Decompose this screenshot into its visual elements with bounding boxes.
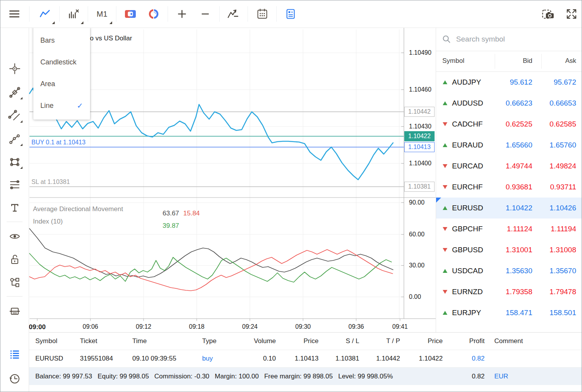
buy-position-label: BUY 0.1 at 1.10413: [31, 139, 85, 146]
depth-of-market-button[interactable]: [143, 0, 165, 28]
header-tp: T / P: [367, 337, 400, 345]
header-time: Time: [132, 337, 147, 345]
toolbar: M1: [0, 0, 582, 28]
split-window-icon: [8, 305, 21, 318]
axis-label: 60.00: [409, 231, 424, 238]
window-layout-tool[interactable]: [0, 303, 29, 320]
time-label: 09:06: [83, 323, 98, 330]
down-triangle-icon: [443, 290, 447, 294]
zoom-out-button[interactable]: [194, 0, 216, 28]
history-tab[interactable]: [0, 370, 29, 387]
objects-list-button[interactable]: [280, 0, 301, 28]
toolbar-separator: [116, 6, 116, 22]
cell-price-open: 1.10413: [284, 355, 319, 363]
market-watch-row-CADCHF[interactable]: CADCHF0.625250.62585: [436, 114, 582, 135]
trade-tab[interactable]: [0, 346, 29, 363]
menu-item-label: Candlestick: [40, 58, 76, 66]
shapes-tool[interactable]: [0, 153, 29, 170]
cell-sl: 1.10381: [326, 355, 359, 363]
bars-remove-icon: [68, 9, 79, 19]
submenu-caret: [20, 144, 23, 146]
price-axis[interactable]: 1.104901.104601.104301.1040090.0060.0030…: [404, 28, 436, 321]
screenshot-button[interactable]: [537, 0, 559, 28]
fullscreen-icon: [566, 9, 577, 19]
market-watch-row-GBPCHF[interactable]: GBPCHF1.111241.11194: [436, 219, 582, 239]
crosshair-tool[interactable]: [0, 60, 29, 77]
market-watch-row-USDCAD[interactable]: USDCAD1.356301.35670: [436, 260, 582, 281]
market-watch-row-EURNZD[interactable]: EURNZD1.793581.79478: [436, 281, 582, 302]
polyline-tool[interactable]: [0, 130, 29, 147]
market-watch-row-EURAUD[interactable]: EURAUD1.656601.65760: [436, 135, 582, 156]
symbol-name: EURUSD: [452, 204, 483, 212]
ask-value: 1.31008: [549, 246, 576, 254]
symbol-name: CADCHF: [452, 120, 483, 128]
ask-value: 1.11194: [551, 225, 576, 233]
toolbar-separator: [59, 6, 60, 22]
fullscreen-button[interactable]: [561, 0, 582, 28]
account-currency: EUR: [494, 373, 508, 380]
axis-label: 0.00: [409, 293, 421, 301]
market-watch-header: Symbol Bid Ask: [436, 51, 582, 72]
toolbar-separator: [276, 6, 277, 22]
time-label: 09:41: [392, 323, 408, 330]
text-tool[interactable]: [0, 199, 29, 217]
timeframe-label: M1: [97, 10, 107, 19]
column-ask: Ask: [565, 57, 576, 65]
object-tree-tool[interactable]: [0, 274, 29, 291]
market-watch-row-EURCHF[interactable]: EURCHF0.936810.93711: [436, 177, 582, 198]
summary-item: Margin: 100.00: [215, 373, 259, 380]
donut-chart-icon: [149, 9, 159, 19]
zoom-in-button[interactable]: [171, 0, 193, 28]
symbol-name: EURNZD: [452, 288, 483, 296]
header-profit: Profit: [450, 337, 485, 345]
object-visibility-tool[interactable]: [0, 228, 29, 245]
header-comment: Comment: [494, 337, 523, 345]
up-triangle-icon: [443, 311, 447, 315]
bid-value: 1.79358: [506, 288, 532, 296]
menu-item-label: Bars: [40, 36, 55, 45]
dropdown-caret: [109, 21, 112, 24]
annotation-tool[interactable]: [0, 84, 29, 101]
fibonacci-tool[interactable]: [0, 176, 29, 193]
header-ticket: Ticket: [80, 337, 97, 345]
channels-tool[interactable]: [0, 107, 29, 124]
symbol-name: EURAUD: [452, 141, 483, 149]
search-input[interactable]: [456, 35, 576, 44]
symbol-name: EURCAD: [452, 162, 483, 170]
search-icon: [442, 35, 450, 43]
chart-type-option-bars[interactable]: Bars: [33, 29, 90, 51]
time-axis[interactable]: 09:0009:0609:1209:1809:2409:3009:3609:41: [29, 321, 404, 333]
market-watch-row-EURCAD[interactable]: EURCAD1.497441.49824: [436, 156, 582, 177]
hamburger-icon: [9, 9, 20, 19]
summary-profit: 0.82: [450, 373, 485, 380]
symbol-name: EURCHF: [452, 183, 483, 191]
market-watch-row-AUDUSD[interactable]: AUDUSD0.666230.66653: [436, 93, 582, 114]
submenu-caret: [20, 167, 23, 169]
economic-calendar-button[interactable]: [251, 0, 273, 28]
chart-type-option-candlestick[interactable]: Candlestick: [33, 51, 90, 73]
market-watch-row-EURJPY[interactable]: EURJPY158.471158.501: [436, 302, 582, 323]
chart-type-option-line[interactable]: Line✓: [33, 95, 90, 116]
main-menu-button[interactable]: [3, 0, 25, 28]
unlock-icon: [8, 253, 21, 266]
symbol-name: EURJPY: [452, 309, 481, 317]
market-watch-row-AUDJPY[interactable]: AUDJPY95.61295.672: [436, 72, 582, 93]
indicators-button[interactable]: [222, 0, 244, 28]
market-watch-row-EURUSD[interactable]: EURUSD1.104221.10426: [436, 198, 582, 219]
one-click-trading-button[interactable]: [120, 0, 141, 28]
axis-label: 1.10460: [409, 86, 431, 94]
crosshair-icon: [8, 62, 21, 75]
ask-value: 1.79478: [549, 288, 576, 296]
toolbar-separator: [168, 6, 168, 22]
price-level-box-1.10413: 1.10413: [404, 142, 435, 152]
menu-item-label: Line: [40, 102, 54, 110]
unlock-objects-tool[interactable]: [0, 251, 29, 268]
up-triangle-icon: [443, 206, 447, 210]
market-watch-row-GBPUSD[interactable]: GBPUSD1.310011.31008: [436, 239, 582, 260]
down-triangle-icon: [443, 122, 447, 126]
bid-value: 0.66623: [506, 99, 532, 108]
chart-type-option-area[interactable]: Area: [33, 73, 90, 95]
position-row[interactable]: EURUSD31955108409.10 09:39:55buy0.101.10…: [29, 350, 582, 368]
summary-item: Equity: 99 998.05: [98, 373, 149, 380]
axis-label: 30.00: [409, 262, 424, 269]
